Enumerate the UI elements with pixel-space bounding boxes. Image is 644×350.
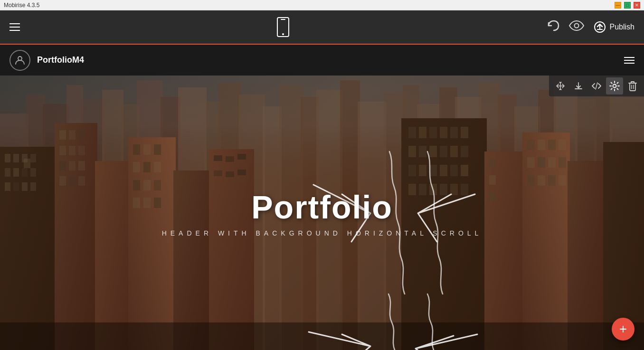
hero-title: Portfolio	[251, 189, 393, 226]
hero-move-button[interactable]	[552, 77, 569, 95]
maximize-button[interactable]: □	[624, 2, 631, 9]
hero-code-button[interactable]	[588, 77, 605, 95]
svg-point-1	[282, 33, 284, 35]
add-section-button[interactable]: +	[612, 318, 635, 341]
publish-button[interactable]: Publish	[594, 21, 635, 33]
site-brand-area: PortfolioM4	[9, 50, 84, 71]
publish-label: Publish	[610, 23, 635, 31]
site-brand-name: PortfolioM4	[37, 55, 84, 65]
hero-section-toolbar	[549, 76, 644, 96]
toolbar-right: Publish	[546, 19, 635, 35]
svg-point-5	[18, 57, 22, 60]
site-logo	[9, 50, 30, 71]
hero-download-button[interactable]	[570, 77, 587, 95]
toolbar-center	[276, 17, 290, 38]
window-controls: — □ ✕	[615, 2, 640, 9]
preview-button[interactable]	[569, 20, 584, 34]
hero-subtitle: HEADER WITH BACKGROUND HORIZONTAL SCROLL	[162, 229, 483, 237]
svg-point-134	[613, 85, 616, 88]
hero-settings-button[interactable]	[606, 77, 623, 95]
title-bar: Mobirise 4.3.5 — □ ✕	[0, 0, 644, 10]
mobile-preview-button[interactable]	[276, 17, 290, 38]
site-hamburger-button[interactable]	[624, 57, 635, 64]
close-button[interactable]: ✕	[634, 2, 640, 9]
hero-delete-button[interactable]	[624, 77, 641, 95]
hamburger-menu-button[interactable]	[9, 23, 20, 31]
svg-point-3	[574, 24, 578, 28]
toolbar-left	[9, 23, 20, 31]
site-navbar: PortfolioM4	[0, 45, 644, 76]
app-title: Mobirise 4.3.5	[4, 2, 39, 9]
hero-section: Portfolio HEADER WITH BACKGROUND HORIZON…	[0, 76, 644, 350]
undo-button[interactable]	[546, 19, 559, 35]
minimize-button[interactable]: —	[615, 2, 621, 9]
main-toolbar: Publish	[0, 10, 644, 45]
hero-content-area: Portfolio HEADER WITH BACKGROUND HORIZON…	[0, 76, 644, 350]
